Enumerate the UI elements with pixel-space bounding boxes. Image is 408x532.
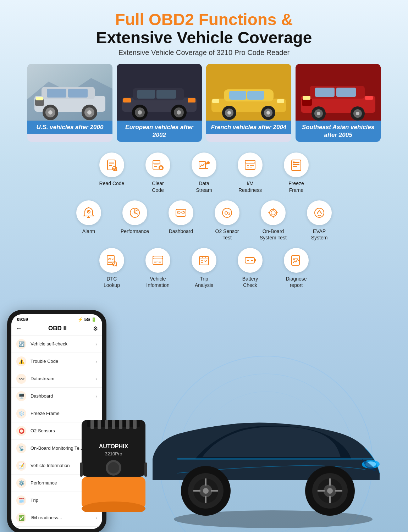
func-label-dashboard: Dashboard <box>169 228 193 234</box>
phone-menu-text-11: I/M readiness... <box>31 515 91 520</box>
func-label-battery-check: BatteryCheck <box>242 276 258 288</box>
svg-rect-131 <box>90 420 94 429</box>
header-line1: Full OBD2 Functions & <box>7 11 401 29</box>
svg-point-88 <box>134 212 136 214</box>
func-label-vehicle-info: VehicleInfomation <box>146 276 169 288</box>
svg-rect-132 <box>98 420 101 429</box>
svg-rect-13 <box>36 97 43 100</box>
svg-rect-33 <box>277 99 284 103</box>
car-image-eu <box>117 64 202 121</box>
phone-signal: ⚡ 5G 🔋 <box>78 317 97 322</box>
svg-text:3210Pro: 3210Pro <box>105 451 122 456</box>
func-onboard-test: On-BoardSystem Test <box>255 200 291 241</box>
func-performance: Performance <box>117 200 153 241</box>
func-icon-vehicle-info <box>145 248 170 273</box>
phone-menu-text-5: Freeze Frame <box>31 411 97 416</box>
phone-menu-item-2[interactable]: ⚠️ Trouble Code › <box>11 353 102 370</box>
func-dtc-lookup: DTC DTCLookup <box>94 248 129 288</box>
svg-rect-75 <box>292 160 301 171</box>
car-image-sea <box>296 64 381 121</box>
vehicle-label-sea: Southeast Asian vehicles after 2005 <box>296 121 381 142</box>
phone-menu-item-1[interactable]: 🔄 Vehicle self-check › <box>11 336 102 353</box>
func-o2-sensor: O₂ O2 SensorTest <box>209 200 245 241</box>
phone-settings-icon[interactable]: ⚙ <box>93 325 98 332</box>
svg-point-11 <box>87 110 92 115</box>
vehicle-card-eu: European vehicles after 2002 <box>117 64 202 142</box>
func-icon-o2-sensor: O₂ <box>215 200 239 225</box>
phone-menu-arrow-4: › <box>95 393 97 399</box>
svg-point-26 <box>177 110 181 115</box>
func-freeze-frame: FreezeFrame <box>279 153 314 193</box>
phone-menu-text-1: Vehicle self-check <box>31 341 91 347</box>
phone-menu-icon-8: 📝 <box>16 461 26 471</box>
functions-row-2: Alarm Performance <box>7 200 401 241</box>
svg-rect-32 <box>212 99 219 103</box>
svg-rect-133 <box>105 420 108 429</box>
phone-menu-icon-9: ⚙️ <box>16 478 26 488</box>
svg-point-96 <box>270 209 277 216</box>
phone-menu-icon-3: 〰️ <box>16 374 26 384</box>
svg-rect-121 <box>245 257 254 263</box>
functions-section: Read Code ClearCode <box>7 149 401 299</box>
func-trip-analysis: TripAnalysis <box>186 248 222 288</box>
phone-menu-icon-1: 🔄 <box>16 339 26 349</box>
svg-rect-31 <box>247 91 264 100</box>
func-label-onboard-test: On-BoardSystem Test <box>260 228 287 241</box>
svg-rect-60 <box>153 161 160 163</box>
svg-text:O₂: O₂ <box>224 210 230 216</box>
phone-menu-arrow-2: › <box>95 359 97 364</box>
svg-rect-30 <box>229 91 246 100</box>
svg-rect-17 <box>137 90 155 99</box>
svg-point-23 <box>138 110 142 115</box>
svg-rect-46 <box>303 96 310 100</box>
func-label-read-code: Read Code <box>99 180 125 187</box>
header-line2: Extensive Vehicle Coverage <box>7 29 401 47</box>
phone-back-button[interactable]: ← <box>16 325 22 332</box>
svg-point-97 <box>271 211 275 215</box>
obd-device: AUTOPHIX 3210Pro <box>78 420 156 512</box>
phone-menu-item-3[interactable]: 〰️ Datastream › <box>11 370 102 388</box>
func-read-code: Read Code <box>94 153 129 193</box>
func-label-evap: EVAPSystem <box>311 228 328 241</box>
func-label-im-readiness: I/MReadiness <box>238 180 262 193</box>
vehicle-label-fr: French vehicles after 2004 <box>206 121 291 134</box>
functions-row-3: DTC DTCLookup <box>7 248 401 288</box>
phone-app-header: ← OBD II ⚙ <box>11 323 102 336</box>
svg-rect-135 <box>119 420 122 429</box>
func-label-data-stream: DataStream <box>196 180 212 193</box>
func-clear-code: ClearCode <box>140 153 176 193</box>
func-alarm: Alarm <box>71 200 106 241</box>
svg-rect-115 <box>199 256 209 265</box>
vehicle-card-fr: French vehicles after 2004 <box>206 64 291 142</box>
phone-menu-arrow-3: › <box>95 376 97 382</box>
svg-rect-109 <box>153 256 163 265</box>
func-vehicle-info: VehicleInfomation <box>140 248 176 288</box>
func-evap: EVAPSystem <box>302 200 337 241</box>
svg-point-39 <box>266 111 270 115</box>
func-label-o2-sensor: O2 SensorTest <box>215 228 239 241</box>
svg-rect-145 <box>144 462 147 477</box>
func-icon-clear-code <box>145 153 170 177</box>
phone-menu-item-4[interactable]: 🖥️ Dashboard › <box>11 388 102 405</box>
svg-rect-44 <box>336 88 356 97</box>
func-diagnose-report: Diagnosereport <box>279 248 314 288</box>
svg-rect-79 <box>293 161 294 164</box>
svg-text:DTC: DTC <box>108 257 114 260</box>
svg-point-53 <box>356 112 359 115</box>
phone-menu-text-4: Dashboard <box>31 393 91 399</box>
svg-point-36 <box>227 111 231 115</box>
svg-point-68 <box>207 161 210 164</box>
func-label-alarm: Alarm <box>82 228 95 234</box>
vehicle-label-us: U.S. vehicles after 2000 <box>27 121 112 134</box>
bottom-section: 09:59 ⚡ 5G 🔋 ← OBD II ⚙ 🔄 Vehicle self-c… <box>7 303 401 532</box>
func-icon-onboard-test <box>261 200 286 225</box>
svg-point-141 <box>108 462 119 473</box>
phone-menu-icon-10: 🗓️ <box>16 495 26 505</box>
func-label-trip-analysis: TripAnalysis <box>195 276 213 288</box>
svg-point-166 <box>327 488 333 494</box>
func-im-readiness: I/MReadiness <box>232 153 268 193</box>
phone-menu-arrow-11: › <box>95 515 97 521</box>
car-background <box>124 338 408 532</box>
svg-line-108 <box>116 265 117 266</box>
phone-menu-text-2: Trouble Code <box>31 359 91 364</box>
